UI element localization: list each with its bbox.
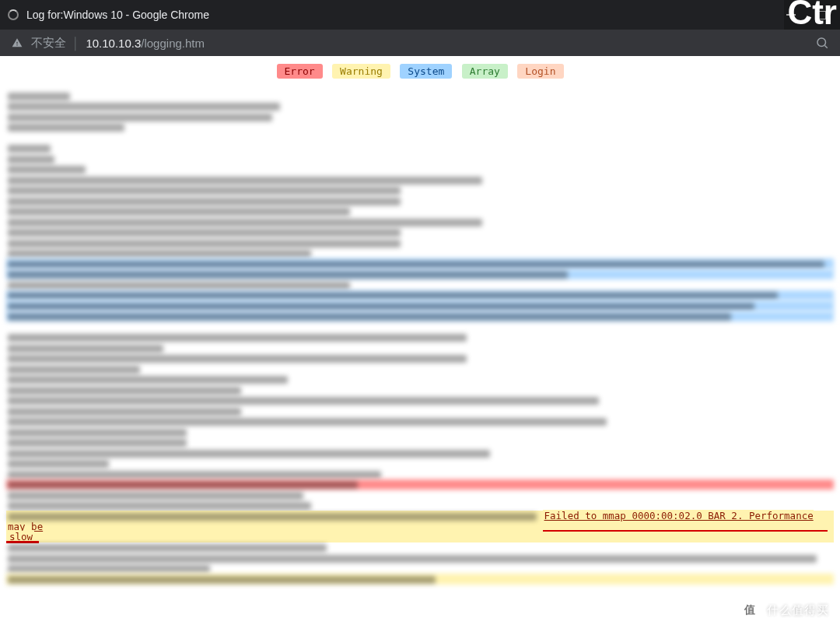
log-line [6,406,834,416]
log-line [6,374,834,385]
insecure-warning-icon [11,37,23,48]
filter-system[interactable]: System [400,64,452,79]
log-line [6,448,834,458]
watermark-text: 什么值得买 [767,603,829,618]
insecure-label: 不安全 [31,36,66,51]
log-line-system [6,269,834,280]
loading-spinner-icon [8,9,19,20]
separator: │ [72,37,79,50]
log-line [6,216,834,227]
log-line [6,185,834,196]
log-line [6,353,834,364]
filter-bar: Error Warning System Array Login [0,56,840,83]
log-line [6,469,834,479]
log-line [6,122,834,133]
log-line [6,164,834,175]
log-line [6,248,834,259]
watermark-badge: 值 [739,599,761,621]
log-line-warning: Failed to mmap 0000:00:02.0 BAR 2. Perfo… [6,511,834,532]
address-path: /logging.htm [141,37,205,50]
address-host: 10.10.10.3 [86,37,141,50]
keyboard-hint-overlay: Ctr [784,0,840,30]
filter-error[interactable]: Error [277,64,323,79]
log-line-system [6,258,834,269]
log-line-system [6,311,834,322]
svg-point-0 [817,38,826,47]
page-content: Error Warning System Array Login [0,56,840,632]
window-titlebar: Log for:Windows 10 - Google Chrome Ctr [0,0,840,30]
window-title: Log for:Windows 10 - Google Chrome [26,9,786,21]
log-line [6,490,834,500]
log-line-system [6,300,834,311]
log-line [6,542,834,553]
log-line [6,500,834,511]
log-line [6,227,834,238]
log-line [6,321,834,332]
log-line [6,553,834,564]
log-line [6,395,834,406]
filter-array[interactable]: Array [462,64,508,79]
log-area[interactable]: Failed to mmap 0000:00:02.0 BAR 2. Perfo… [6,90,834,632]
log-line [6,332,834,343]
log-line [6,384,834,395]
filter-warning[interactable]: Warning [332,64,390,79]
svg-line-1 [824,45,827,47]
search-icon[interactable] [815,36,829,50]
watermark: 值 什么值得买 [739,599,829,621]
log-line [6,143,834,154]
log-line-system [6,290,834,301]
log-line [6,363,834,374]
log-line [6,458,834,469]
log-line [6,153,834,164]
log-line [6,111,834,122]
filter-login[interactable]: Login [517,64,563,79]
log-line [6,437,834,448]
log-line [6,237,834,248]
log-line [6,427,834,437]
log-line [6,279,834,290]
log-line-warning: slow [6,532,834,542]
log-line [6,342,834,353]
address-bar[interactable]: 不安全 │ 10.10.10.3/logging.htm [0,30,840,56]
log-line-error [6,479,834,490]
log-line-warning [6,574,834,585]
log-line [6,416,834,427]
log-line [6,206,834,217]
log-line [6,564,834,574]
log-line [6,101,834,112]
log-line [6,132,834,143]
log-line [6,90,834,101]
log-line [6,195,834,206]
log-line [6,174,834,185]
